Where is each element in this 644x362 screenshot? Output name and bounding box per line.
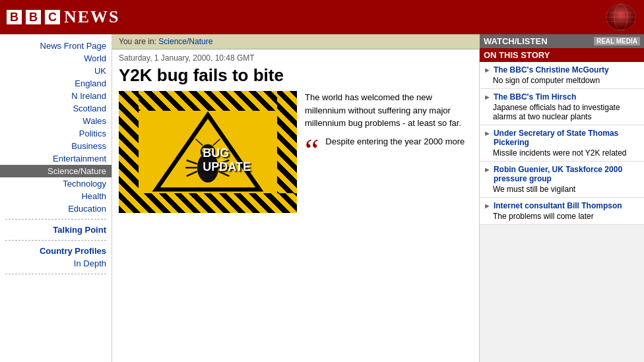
sidebar-item-technology[interactable]: Technology: [0, 177, 112, 190]
audio-icon-4: ►: [484, 202, 491, 210]
breadcrumb: You are in: Science/Nature: [112, 34, 479, 49]
globe-graphic: [585, 3, 637, 32]
story-speaker-name-0: The BBC's Christine McGourty: [494, 65, 609, 75]
story-speaker-name-4: Internet consultant Bill Thompson: [494, 201, 622, 210]
story-speaker-name-2: Under Secretary of State Thomas Pickerin…: [494, 129, 640, 147]
story-speaker-name-3: Robin Guenier, UK Taskforce 2000 pressur…: [494, 165, 640, 183]
audio-icon-3: ►: [484, 166, 491, 173]
sidebar-divider-1: [5, 219, 106, 220]
bbc-box-b2: B: [26, 10, 41, 24]
content-area: You are in: Science/Nature Saturday, 1 J…: [112, 34, 479, 362]
sidebar-item-education[interactable]: Education: [0, 202, 112, 215]
article-title: Y2K bug fails to bite: [119, 65, 472, 86]
watch-listen-header: WATCH/LISTEN REAL MEDIA: [480, 34, 644, 48]
news-label: NEWS: [64, 7, 120, 27]
real-media-badge: REAL MEDIA: [594, 37, 640, 45]
story-item-3: ► Robin Guenier, UK Taskforce 2000 press…: [480, 162, 644, 198]
audio-icon-1: ►: [484, 93, 491, 101]
story-item-2: ► Under Secretary of State Thomas Picker…: [480, 125, 644, 162]
sidebar: News Front Page World UK England N Irela…: [0, 34, 112, 362]
quote-graphic: “: [305, 138, 319, 165]
story-item-4: ► Internet consultant Bill Thompson The …: [480, 198, 644, 225]
sidebar-item-in-depth[interactable]: In Depth: [0, 257, 112, 270]
story-desc-3: We must still be vigilant: [484, 185, 640, 194]
sidebar-item-talking-point[interactable]: Talking Point: [0, 224, 112, 236]
story-desc-2: Missile incidents were not Y2K related: [484, 148, 640, 158]
sidebar-item-wales[interactable]: Wales: [0, 115, 112, 127]
audio-icon-0: ►: [484, 66, 491, 74]
watch-listen-title: WATCH/LISTEN: [484, 36, 594, 46]
article-paragraph-2-text: Despite entering the year 2000 more: [325, 136, 465, 146]
bbc-box-c: C: [45, 10, 60, 24]
story-item-0: ► The BBC's Christine McGourty No sign o…: [480, 62, 644, 89]
breadcrumb-section[interactable]: Science/Nature: [158, 37, 212, 46]
story-desc-0: No sign of computer meltdown: [484, 76, 640, 85]
story-speaker-1[interactable]: ► The BBC's Tim Hirsch: [484, 92, 640, 102]
article-dateline: Saturday, 1 January, 2000, 10:48 GMT: [119, 53, 472, 63]
globe-icon: [585, 3, 637, 32]
story-desc-1: Japanese officials had to investigate al…: [484, 103, 640, 121]
on-this-story-header: ON THIS STORY: [480, 48, 644, 62]
sidebar-item-uk[interactable]: UK: [0, 65, 112, 77]
sidebar-item-news-front-page[interactable]: News Front Page: [0, 40, 112, 52]
main-layout: News Front Page World UK England N Irela…: [0, 34, 644, 362]
sidebar-divider-3: [5, 274, 106, 274]
hazard-top: [119, 91, 297, 111]
bbc-box-b1: B: [7, 10, 22, 24]
story-item-1: ► The BBC's Tim Hirsch Japanese official…: [480, 89, 644, 125]
sidebar-item-england[interactable]: England: [0, 77, 112, 90]
quote-mark: “: [305, 133, 319, 165]
sidebar-divider-2: [5, 240, 106, 241]
article-body: The world has welcomed the new millenniu…: [305, 91, 472, 164]
sidebar-item-business[interactable]: Business: [0, 140, 112, 152]
breadcrumb-label: You are in:: [119, 37, 156, 46]
story-speaker-0[interactable]: ► The BBC's Christine McGourty: [484, 65, 640, 75]
sidebar-item-politics[interactable]: Politics: [0, 127, 112, 140]
sidebar-item-entertainment[interactable]: Entertainment: [0, 152, 112, 165]
right-panel: WATCH/LISTEN REAL MEDIA ON THIS STORY ► …: [479, 34, 644, 362]
sidebar-item-country-profiles[interactable]: Country Profiles: [0, 245, 112, 257]
warning-triangle: BUGUPDATE: [139, 111, 277, 193]
sidebar-item-health[interactable]: Health: [0, 190, 112, 202]
article-image: BUGUPDATE: [119, 91, 297, 213]
story-speaker-3[interactable]: ► Robin Guenier, UK Taskforce 2000 press…: [484, 165, 640, 183]
article-paragraph-2: “ Despite entering the year 2000 more: [305, 135, 472, 148]
story-speaker-4[interactable]: ► Internet consultant Bill Thompson: [484, 201, 640, 210]
bbc-logo: B B C NEWS: [7, 7, 120, 27]
sidebar-item-science-nature[interactable]: Science/Nature: [0, 165, 112, 177]
hazard-bottom: [119, 193, 297, 213]
bug-update-label: BUGUPDATE: [203, 146, 251, 175]
sidebar-item-world[interactable]: World: [0, 52, 112, 65]
sidebar-item-nireland[interactable]: N Ireland: [0, 90, 112, 102]
sidebar-item-scotland[interactable]: Scotland: [0, 102, 112, 115]
article-paragraph-1: The world has welcomed the new millenniu…: [305, 91, 472, 130]
article-area: Saturday, 1 January, 2000, 10:48 GMT Y2K…: [112, 49, 479, 171]
story-speaker-2[interactable]: ► Under Secretary of State Thomas Picker…: [484, 129, 640, 147]
story-speaker-name-1: The BBC's Tim Hirsch: [494, 92, 576, 102]
story-desc-4: The problems will come later: [484, 212, 640, 221]
audio-icon-2: ►: [484, 129, 491, 137]
page-header: B B C NEWS: [0, 0, 644, 34]
